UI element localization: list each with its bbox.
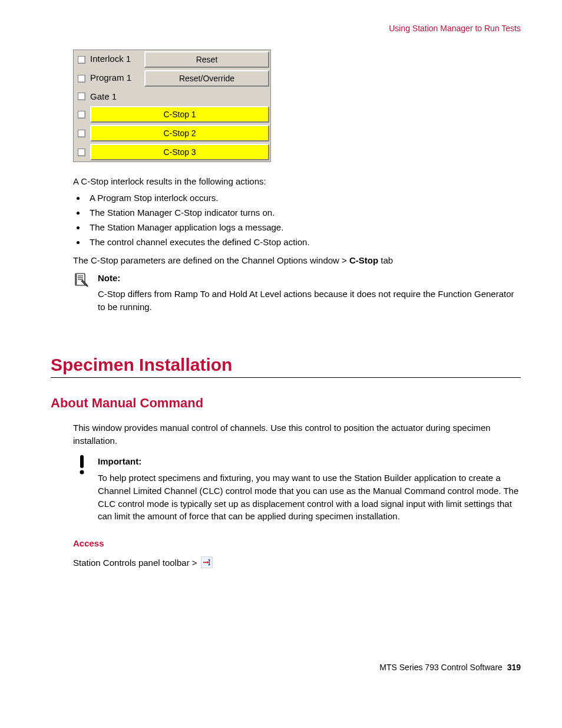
interlock1-label: Interlock 1 bbox=[89, 50, 143, 69]
interlock-panel: Interlock 1 Reset Program 1 Reset/Overri… bbox=[73, 50, 271, 162]
list-item: The Station Manager C-Stop indicator tur… bbox=[86, 207, 521, 218]
note-label: Note: bbox=[98, 272, 521, 285]
note-icon bbox=[73, 272, 91, 314]
cstop-row-1: C-Stop 1 bbox=[74, 105, 270, 124]
access-heading: Access bbox=[73, 538, 521, 548]
subsection-title: About Manual Command bbox=[51, 396, 521, 411]
panel-row-gate: Gate 1 bbox=[74, 88, 270, 105]
cstop1-button[interactable]: C-Stop 1 bbox=[90, 106, 269, 123]
params-line: The C-Stop parameters are defined on the… bbox=[73, 254, 521, 267]
important-text: To help protect specimens and fixturing,… bbox=[98, 472, 521, 523]
footer-page-number: 319 bbox=[507, 663, 521, 672]
params-line-pre: The C-Stop parameters are defined on the… bbox=[73, 255, 349, 265]
gate1-label: Gate 1 bbox=[89, 88, 270, 105]
footer-product: MTS Series 793 Control Software bbox=[379, 663, 503, 672]
list-item: The Station Manager application logs a m… bbox=[86, 222, 521, 232]
important-label: Important: bbox=[98, 455, 521, 468]
cstop2-button[interactable]: C-Stop 2 bbox=[90, 125, 269, 141]
svg-rect-4 bbox=[80, 455, 84, 468]
cstop1-checkbox[interactable] bbox=[78, 111, 85, 118]
note-block: Note: C-Stop differs from Ramp To and Ho… bbox=[73, 272, 521, 314]
list-item: The control channel executes the defined… bbox=[86, 237, 521, 247]
list-item: A Program Stop interlock occurs. bbox=[86, 193, 521, 203]
intro-text: A C-Stop interlock results in the follow… bbox=[73, 175, 521, 188]
access-text: Station Controls panel toolbar > bbox=[73, 558, 197, 568]
interlock1-checkbox[interactable] bbox=[78, 56, 85, 64]
reset-override-button[interactable]: Reset/Override bbox=[144, 70, 269, 87]
section-title: Specimen Installation bbox=[51, 355, 521, 375]
gate1-checkbox[interactable] bbox=[78, 93, 85, 100]
panel-row-program: Program 1 Reset/Override bbox=[74, 69, 270, 88]
params-line-bold: C-Stop bbox=[349, 255, 378, 265]
cstop2-checkbox[interactable] bbox=[78, 130, 85, 137]
cstop-row-3: C-Stop 3 bbox=[74, 143, 270, 162]
svg-marker-10 bbox=[207, 561, 209, 564]
cstop-row-2: C-Stop 2 bbox=[74, 124, 270, 143]
panel-row-interlock: Interlock 1 Reset bbox=[74, 50, 270, 69]
cstop3-checkbox[interactable] bbox=[78, 149, 85, 156]
program1-checkbox[interactable] bbox=[78, 75, 85, 83]
cstop3-button[interactable]: C-Stop 3 bbox=[90, 144, 269, 160]
reset-button[interactable]: Reset bbox=[144, 51, 269, 68]
note-text: C-Stop differs from Ramp To and Hold At … bbox=[98, 288, 521, 314]
important-block: Important: To help protect specimens and… bbox=[73, 455, 521, 523]
section-rule bbox=[51, 377, 521, 378]
bullet-list: A Program Stop interlock occurs. The Sta… bbox=[86, 193, 521, 247]
important-icon bbox=[73, 455, 91, 523]
manual-command-toolbar-icon[interactable] bbox=[201, 556, 213, 568]
breadcrumb: Using Station Manager to Run Tests bbox=[51, 24, 521, 33]
svg-point-5 bbox=[80, 470, 84, 475]
program1-label: Program 1 bbox=[89, 69, 143, 88]
subsection-intro: This window provides manual control of c… bbox=[73, 421, 521, 447]
params-line-post: tab bbox=[378, 255, 393, 265]
page-footer: MTS Series 793 Control Software 319 bbox=[51, 663, 521, 672]
access-line: Station Controls panel toolbar > bbox=[73, 556, 521, 568]
